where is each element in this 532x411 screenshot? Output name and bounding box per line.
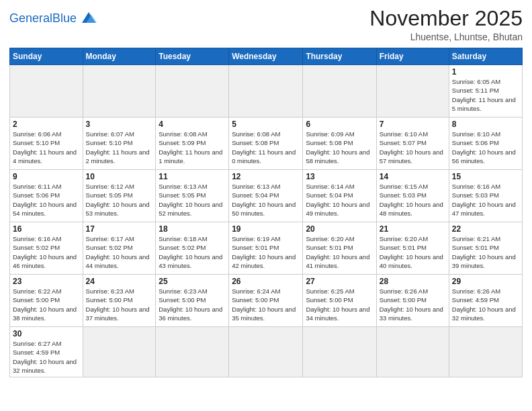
table-row: 9Sunrise: 6:11 AM Sunset: 5:06 PM Daylig…	[10, 170, 83, 222]
day-info: Sunrise: 6:26 AM Sunset: 4:59 PM Dayligh…	[452, 287, 519, 322]
table-row: 7Sunrise: 6:10 AM Sunset: 5:07 PM Daylig…	[376, 118, 449, 170]
day-info: Sunrise: 6:20 AM Sunset: 5:01 PM Dayligh…	[306, 234, 373, 270]
table-row: 17Sunrise: 6:17 AM Sunset: 5:02 PM Dayli…	[83, 222, 156, 275]
table-row: 23Sunrise: 6:22 AM Sunset: 5:00 PM Dayli…	[10, 275, 83, 327]
table-row: 15Sunrise: 6:16 AM Sunset: 5:03 PM Dayli…	[449, 170, 522, 222]
col-tuesday: Tuesday	[156, 48, 229, 65]
day-number: 27	[306, 277, 373, 286]
day-number: 15	[452, 172, 519, 181]
day-info: Sunrise: 6:16 AM Sunset: 5:02 PM Dayligh…	[13, 234, 80, 270]
day-info: Sunrise: 6:20 AM Sunset: 5:01 PM Dayligh…	[380, 234, 446, 270]
col-wednesday: Wednesday	[229, 48, 303, 65]
logo: GeneralBlue	[9, 9, 98, 28]
day-number: 12	[232, 172, 300, 181]
table-row: 10Sunrise: 6:12 AM Sunset: 5:05 PM Dayli…	[83, 170, 156, 222]
day-number: 30	[13, 329, 80, 338]
table-row: 3Sunrise: 6:07 AM Sunset: 5:10 PM Daylig…	[83, 118, 156, 170]
table-row: 11Sunrise: 6:13 AM Sunset: 5:05 PM Dayli…	[156, 170, 229, 222]
day-number: 24	[86, 277, 153, 286]
day-info: Sunrise: 6:23 AM Sunset: 5:00 PM Dayligh…	[159, 287, 226, 322]
day-info: Sunrise: 6:10 AM Sunset: 5:07 PM Dayligh…	[380, 130, 446, 165]
title-block: November 2025 Lhuentse, Lhuntse, Bhutan	[369, 7, 523, 42]
table-row	[376, 65, 449, 118]
day-number: 8	[452, 120, 519, 129]
table-row	[83, 65, 156, 118]
calendar-week-row: 23Sunrise: 6:22 AM Sunset: 5:00 PM Dayli…	[10, 275, 523, 327]
day-info: Sunrise: 6:19 AM Sunset: 5:01 PM Dayligh…	[232, 234, 300, 270]
day-number: 26	[232, 277, 300, 286]
subtitle: Lhuentse, Lhuntse, Bhutan	[369, 32, 523, 42]
table-row	[229, 65, 303, 118]
table-row: 20Sunrise: 6:20 AM Sunset: 5:01 PM Dayli…	[303, 222, 376, 275]
day-info: Sunrise: 6:12 AM Sunset: 5:05 PM Dayligh…	[86, 182, 153, 218]
day-number: 29	[452, 277, 519, 286]
table-row: 6Sunrise: 6:09 AM Sunset: 5:08 PM Daylig…	[303, 118, 376, 170]
table-row: 18Sunrise: 6:18 AM Sunset: 5:02 PM Dayli…	[156, 222, 229, 275]
day-number: 9	[13, 172, 80, 181]
day-number: 7	[380, 120, 446, 129]
table-row	[376, 327, 449, 377]
day-info: Sunrise: 6:25 AM Sunset: 5:00 PM Dayligh…	[306, 287, 373, 322]
day-info: Sunrise: 6:14 AM Sunset: 5:04 PM Dayligh…	[306, 182, 373, 218]
col-sunday: Sunday	[10, 48, 83, 65]
day-info: Sunrise: 6:16 AM Sunset: 5:03 PM Dayligh…	[452, 182, 519, 218]
day-info: Sunrise: 6:24 AM Sunset: 5:00 PM Dayligh…	[232, 287, 300, 322]
day-number: 4	[159, 120, 226, 129]
table-row: 5Sunrise: 6:08 AM Sunset: 5:08 PM Daylig…	[229, 118, 303, 170]
day-number: 11	[159, 172, 226, 181]
header: GeneralBlue November 2025 Lhuentse, Lhun…	[9, 7, 523, 42]
table-row: 24Sunrise: 6:23 AM Sunset: 5:00 PM Dayli…	[83, 275, 156, 327]
day-info: Sunrise: 6:08 AM Sunset: 5:08 PM Dayligh…	[232, 130, 300, 165]
day-number: 6	[306, 120, 373, 129]
table-row: 25Sunrise: 6:23 AM Sunset: 5:00 PM Dayli…	[156, 275, 229, 327]
day-number: 14	[380, 172, 446, 181]
table-row: 14Sunrise: 6:15 AM Sunset: 5:03 PM Dayli…	[376, 170, 449, 222]
table-row: 16Sunrise: 6:16 AM Sunset: 5:02 PM Dayli…	[10, 222, 83, 275]
day-info: Sunrise: 6:13 AM Sunset: 5:04 PM Dayligh…	[232, 182, 300, 218]
day-info: Sunrise: 6:06 AM Sunset: 5:10 PM Dayligh…	[13, 130, 80, 165]
table-row	[303, 327, 376, 377]
day-info: Sunrise: 6:07 AM Sunset: 5:10 PM Dayligh…	[86, 130, 153, 165]
day-info: Sunrise: 6:10 AM Sunset: 5:06 PM Dayligh…	[452, 130, 519, 165]
calendar-week-row: 16Sunrise: 6:16 AM Sunset: 5:02 PM Dayli…	[10, 222, 523, 275]
calendar-week-row: 2Sunrise: 6:06 AM Sunset: 5:10 PM Daylig…	[10, 118, 523, 170]
logo-text: GeneralBlue	[9, 12, 77, 26]
day-info: Sunrise: 6:23 AM Sunset: 5:00 PM Dayligh…	[86, 287, 153, 322]
table-row	[303, 65, 376, 118]
calendar-week-row: 30Sunrise: 6:27 AM Sunset: 4:59 PM Dayli…	[10, 327, 523, 377]
day-info: Sunrise: 6:17 AM Sunset: 5:02 PM Dayligh…	[86, 234, 153, 270]
day-info: Sunrise: 6:11 AM Sunset: 5:06 PM Dayligh…	[13, 182, 80, 218]
day-number: 28	[380, 277, 446, 286]
day-number: 20	[306, 224, 373, 234]
day-number: 1	[452, 67, 519, 77]
col-thursday: Thursday	[303, 48, 376, 65]
calendar-week-row: 9Sunrise: 6:11 AM Sunset: 5:06 PM Daylig…	[10, 170, 523, 222]
table-row	[229, 327, 303, 377]
day-number: 16	[13, 224, 80, 234]
page: GeneralBlue November 2025 Lhuentse, Lhun…	[0, 0, 532, 411]
day-number: 23	[13, 277, 80, 286]
day-number: 17	[86, 224, 153, 234]
logo-blue: Blue	[52, 11, 77, 25]
day-info: Sunrise: 6:13 AM Sunset: 5:05 PM Dayligh…	[159, 182, 226, 218]
day-info: Sunrise: 6:21 AM Sunset: 5:01 PM Dayligh…	[452, 234, 519, 270]
day-number: 18	[159, 224, 226, 234]
day-info: Sunrise: 6:05 AM Sunset: 5:11 PM Dayligh…	[452, 77, 519, 113]
table-row: 8Sunrise: 6:10 AM Sunset: 5:06 PM Daylig…	[449, 118, 522, 170]
calendar-week-row: 1Sunrise: 6:05 AM Sunset: 5:11 PM Daylig…	[10, 65, 523, 118]
table-row	[156, 327, 229, 377]
day-number: 3	[86, 120, 153, 129]
calendar: Sunday Monday Tuesday Wednesday Thursday…	[9, 48, 523, 377]
day-info: Sunrise: 6:08 AM Sunset: 5:09 PM Dayligh…	[159, 130, 226, 165]
logo-icon	[79, 9, 98, 28]
table-row: 2Sunrise: 6:06 AM Sunset: 5:10 PM Daylig…	[10, 118, 83, 170]
table-row	[156, 65, 229, 118]
day-number: 5	[232, 120, 300, 129]
table-row: 1Sunrise: 6:05 AM Sunset: 5:11 PM Daylig…	[449, 65, 522, 118]
table-row: 26Sunrise: 6:24 AM Sunset: 5:00 PM Dayli…	[229, 275, 303, 327]
table-row	[83, 327, 156, 377]
day-info: Sunrise: 6:18 AM Sunset: 5:02 PM Dayligh…	[159, 234, 226, 270]
day-number: 2	[13, 120, 80, 129]
table-row: 30Sunrise: 6:27 AM Sunset: 4:59 PM Dayli…	[10, 327, 83, 377]
table-row: 29Sunrise: 6:26 AM Sunset: 4:59 PM Dayli…	[449, 275, 522, 327]
